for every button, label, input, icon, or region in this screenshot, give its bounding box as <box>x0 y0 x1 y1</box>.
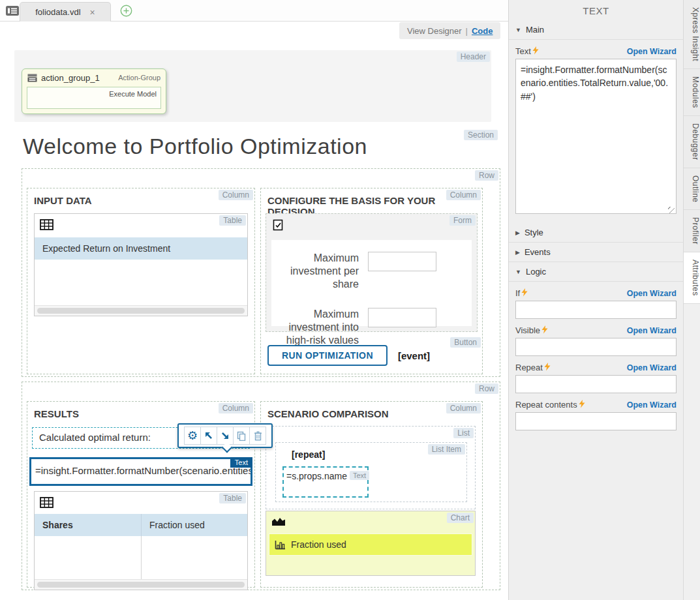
panel-toggle-icon[interactable] <box>5 5 20 17</box>
repeat-field-block: Repeat Open Wizard <box>509 356 683 393</box>
lightning-bolt-icon <box>541 325 548 334</box>
table-badge: Table <box>219 215 246 226</box>
action-group-card[interactable]: action_group_1 Action-Group Execute Mode… <box>22 68 166 114</box>
text-badge: Text <box>350 471 369 480</box>
code-link[interactable]: Code <box>472 26 493 36</box>
column-badge: Column <box>446 190 481 200</box>
scenario-name-text-element[interactable]: =s.props.name Text <box>282 466 369 498</box>
chevron-down-icon: ▼ <box>515 27 521 33</box>
visible-expression-input[interactable] <box>515 338 677 356</box>
header-badge: Header <box>457 52 490 62</box>
chevron-right-icon: ▶ <box>515 249 520 256</box>
scrollbar-thumb[interactable] <box>37 308 245 314</box>
lightning-bolt-icon <box>579 400 585 408</box>
column-scenario-comparison: Column SCENARIO COMPARISON List List Ite… <box>260 401 483 588</box>
section-main-label: Main <box>526 25 544 35</box>
scenario-comparison-heading: SCENARIO COMPARISON <box>267 408 389 419</box>
column-results: Column RESULTS Calculated optimal return… <box>27 401 255 588</box>
chevron-right-icon: ▶ <box>515 230 520 236</box>
side-tab-modules[interactable]: Modules <box>684 69 700 116</box>
select-parent-arrow-icon[interactable] <box>200 427 217 445</box>
chart-widget[interactable]: Chart Fraction used <box>266 511 476 576</box>
results-heading: RESULTS <box>34 408 79 419</box>
action-group-body: Execute Model <box>27 87 161 109</box>
view-mode-divider: | <box>466 26 468 36</box>
repeat-expression-input[interactable] <box>515 375 677 393</box>
lightning-bolt-icon <box>532 46 539 55</box>
open-wizard-link[interactable]: Open Wizard <box>627 47 677 56</box>
tab-foliodata-vdl[interactable]: foliodata.vdl × <box>20 2 111 22</box>
field-label-max-investment-share: Maximum investment per share <box>279 252 359 291</box>
repeat-contents-expression-input[interactable] <box>515 412 677 430</box>
table-body-cell <box>141 536 247 579</box>
lightning-bolt-icon <box>544 363 551 371</box>
input-data-heading: INPUT DATA <box>34 195 92 206</box>
table-toolbar: Table <box>35 492 247 514</box>
column-header-shares: Shares <box>35 514 141 536</box>
action-group-name: action_group_1 <box>41 73 114 83</box>
side-tab-xpress-insight[interactable]: Xpress Insight <box>684 0 700 69</box>
header-placeholder: Header action_group_1 Action-Group Execu… <box>14 50 491 122</box>
table-badge: Table <box>219 493 246 503</box>
chart-badge: Chart <box>447 513 474 523</box>
view-mode-switch: View Designer | Code <box>399 22 500 39</box>
side-tab-profiler[interactable]: Profiler <box>684 210 700 252</box>
run-optimization-button[interactable]: RUN OPTIMIZATION <box>267 345 388 366</box>
results-table[interactable]: Table Shares Fraction used <box>34 491 248 590</box>
button-badge: Button <box>450 337 481 348</box>
action-group-icon <box>27 74 37 82</box>
side-tab-debugger[interactable]: Debugger <box>684 116 700 168</box>
table-scrollbar[interactable] <box>35 305 247 316</box>
repeat-label: [repeat] <box>292 449 325 460</box>
side-tab-attributes[interactable]: Attributes <box>684 252 700 304</box>
button-row: RUN OPTIMIZATION [event] <box>267 345 430 366</box>
column-badge: Column <box>219 403 253 413</box>
if-expression-input[interactable] <box>515 301 677 319</box>
section-logic[interactable]: ▼ Logic <box>509 262 683 282</box>
list-widget: List List Item [repeat] =s.props.name Te… <box>266 426 476 509</box>
column-badge: Column <box>446 403 481 413</box>
section-logic-label: Logic <box>526 267 546 277</box>
form-row: Maximum investment per share <box>279 252 472 291</box>
select-child-arrow-icon[interactable] <box>217 427 234 445</box>
view-designer-label: View Designer <box>407 26 462 36</box>
side-tab-outline[interactable]: Outline <box>684 168 700 211</box>
column-configure: Column CONFIGURE THE BASIS FOR YOUR DECI… <box>260 188 483 374</box>
settings-gear-icon[interactable]: ⚙ <box>184 427 201 445</box>
chart-legend-row[interactable]: Fraction used <box>269 533 472 556</box>
max-investment-highrisk-input[interactable] <box>368 308 436 327</box>
duplicate-icon[interactable] <box>233 427 250 445</box>
field-label-max-investment-highrisk: Maximum investment into high-risk values <box>279 308 359 347</box>
tab-close-icon[interactable]: × <box>90 8 95 17</box>
column-input-data: Column INPUT DATA Table Expected Return … <box>27 188 255 374</box>
table-scrollbar[interactable] <box>35 579 247 590</box>
open-wizard-link[interactable]: Open Wizard <box>627 326 677 335</box>
scrollbar-thumb[interactable] <box>37 582 245 588</box>
area-chart-icon <box>271 517 286 526</box>
repeat-contents-field-block: Repeat contents Open Wizard <box>509 393 683 430</box>
text-field-label-row: Text Open Wizard <box>515 46 677 56</box>
section-events[interactable]: ▶ Events <box>509 243 683 262</box>
form-widget: Form Maximum investment per share Maximu… <box>266 213 478 332</box>
add-tab-icon[interactable] <box>120 5 132 17</box>
table-header-cell: Expected Return on Investment <box>35 237 247 260</box>
section-style[interactable]: ▶ Style <box>509 223 683 243</box>
visible-field-label: Visible <box>515 325 540 335</box>
text-expression-textarea[interactable]: =insight.Formatter.formatNumber(scenario… <box>515 59 677 214</box>
input-data-table[interactable]: Table Expected Return on Investment <box>34 213 248 316</box>
max-investment-share-input[interactable] <box>368 252 436 271</box>
section-badge: Section <box>464 130 498 140</box>
row-2: Row Column RESULTS Calculated optimal re… <box>22 382 500 590</box>
repeat-contents-field-label: Repeat contents <box>515 400 577 410</box>
if-field-block: If Open Wizard <box>509 282 683 319</box>
chart-legend-label: Fraction used <box>291 539 346 550</box>
open-wizard-link[interactable]: Open Wizard <box>627 400 677 410</box>
selected-text-element[interactable]: =insight.Formatter.formatNumber(scenario… <box>29 457 252 486</box>
text-field-block: Text Open Wizard =insight.Formatter.form… <box>509 40 683 217</box>
open-wizard-link[interactable]: Open Wizard <box>627 289 677 298</box>
open-wizard-link[interactable]: Open Wizard <box>627 363 677 372</box>
resize-grip-icon[interactable] <box>668 207 675 213</box>
chevron-down-icon: ▼ <box>515 269 521 275</box>
section-main[interactable]: ▼ Main <box>509 20 683 40</box>
delete-trash-icon[interactable] <box>249 427 266 445</box>
